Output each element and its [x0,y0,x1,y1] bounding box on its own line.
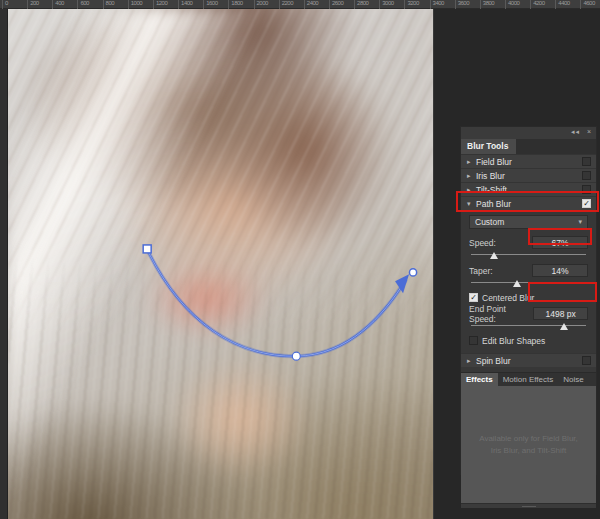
blur-tools-panel: ◂◂ × Blur Tools ▸ Field Blur ▸ Iris Blur… [460,126,597,475]
taper-label: Taper: [469,266,493,276]
centered-blur-row[interactable]: ✓ Centered Blur [469,291,588,304]
slider-track [471,325,586,326]
chevron-down-icon: ▾ [578,218,582,226]
ruler-tick: 3600 [455,0,456,9]
chevron-right-icon[interactable]: ▸ [467,172,476,180]
ruler-tick: 400 [52,0,53,9]
close-panel-icon[interactable]: × [587,128,592,135]
ruler-tick: 2600 [329,0,330,9]
spin-blur-checkbox[interactable] [582,356,591,365]
photoshop-blur-gallery: 0200400600800100012001400160018002000220… [0,0,600,519]
ruler-tick: 4400 [555,0,556,9]
tool-row-path-blur[interactable]: ▾ Path Blur ✓ [461,196,596,210]
panel-tab-row: Blur Tools [461,139,596,154]
field-blur-checkbox[interactable] [582,157,591,166]
document-canvas[interactable] [8,9,434,519]
end-point-speed-value-field[interactable]: 1498 px [533,307,588,320]
ruler-tick: 3800 [480,0,481,9]
field-blur-label: Field Blur [476,157,582,167]
speed-label: Speed: [469,238,496,248]
tab-noise[interactable]: Noise [558,373,588,386]
horizontal-ruler: 0200400600800100012001400160018002000220… [0,0,600,9]
chevron-down-icon[interactable]: ▾ [467,200,476,208]
tool-row-iris-blur[interactable]: ▸ Iris Blur [461,168,596,182]
speed-value-field[interactable]: 67% [532,236,588,249]
ruler-tick: 4600 [580,0,581,9]
effects-unavailable-message-line2: Iris Blur, and Tilt-Shift [491,445,567,457]
panel-resize-grip[interactable] [461,503,596,508]
blur-path-start-point[interactable] [143,245,151,253]
effects-unavailable-message-line1: Available only for Field Blur, [479,433,578,445]
speed-slider-thumb[interactable] [490,252,498,259]
vertical-ruler [0,9,8,519]
slider-track [471,254,586,255]
tab-effects[interactable]: Effects [461,373,498,386]
chevron-right-icon[interactable]: ▸ [467,158,476,166]
taper-value-field[interactable]: 14% [532,264,588,277]
tab-blur-tools[interactable]: Blur Tools [461,139,516,154]
path-blur-options: Custom ▾ Speed: 67% Taper: 14% ✓ Ce [461,210,596,353]
tilt-shift-checkbox[interactable] [582,185,591,194]
ruler-tick: 0 [2,0,3,9]
ruler-tick: 600 [77,0,78,9]
slider-track [471,282,586,283]
ruler-tick: 1600 [203,0,204,9]
effects-tab-bar: Effects Motion Effects Noise [461,372,596,386]
ruler-tick: 3400 [430,0,431,9]
tool-row-tilt-shift[interactable]: ▸ Tilt-Shift [461,182,596,196]
iris-blur-checkbox[interactable] [582,171,591,180]
blur-path-curve[interactable] [147,248,406,356]
end-point-speed-slider-thumb[interactable] [560,323,568,330]
ruler-tick: 3000 [379,0,380,9]
ruler-tick: 2200 [279,0,280,9]
tilt-shift-label: Tilt-Shift [476,185,582,195]
blur-path-highlight [147,248,406,356]
blur-path-mid-point[interactable] [292,352,300,360]
edit-blur-shapes-row[interactable]: Edit Blur Shapes [469,334,588,347]
ruler-tick: 1200 [153,0,154,9]
edit-blur-shapes-label: Edit Blur Shapes [482,336,545,346]
spin-blur-label: Spin Blur [476,356,582,366]
collapse-panel-icon[interactable]: ◂◂ [571,128,580,135]
ruler-tick: 1000 [128,0,129,9]
iris-blur-label: Iris Blur [476,171,582,181]
ruler-tick: 4200 [530,0,531,9]
speed-slider[interactable] [471,251,586,260]
blur-path-end-point[interactable] [409,269,416,276]
ruler-tick: 200 [27,0,28,9]
edit-blur-shapes-checkbox[interactable] [469,336,478,345]
ruler-tick: 4000 [505,0,506,9]
ruler-tick: 3200 [404,0,405,9]
blur-path-glow [147,248,406,356]
chevron-right-icon[interactable]: ▸ [467,186,476,194]
end-point-speed-label: End Point Speed: [469,304,533,324]
path-blur-preset-dropdown[interactable]: Custom ▾ [469,215,588,229]
ruler-tick: 800 [103,0,104,9]
preset-value: Custom [475,217,578,227]
chevron-right-icon[interactable]: ▸ [467,357,476,365]
ruler-tick: 2800 [354,0,355,9]
centered-blur-checkbox[interactable]: ✓ [469,293,478,302]
blur-path-overlay[interactable] [8,9,433,518]
centered-blur-label: Centered Blur [482,293,534,303]
effects-panel-content: Available only for Field Blur, Iris Blur… [461,386,596,503]
tab-motion-effects[interactable]: Motion Effects [498,373,559,386]
panel-header: ◂◂ × [461,127,596,139]
taper-slider[interactable] [471,279,586,288]
ruler-tick: 1800 [228,0,229,9]
tool-row-field-blur[interactable]: ▸ Field Blur [461,154,596,168]
ruler-tick: 2400 [304,0,305,9]
path-blur-label: Path Blur [476,199,582,209]
path-blur-checkbox[interactable]: ✓ [582,199,591,208]
ruler-tick: 2000 [254,0,255,9]
ruler-tick: 1400 [178,0,179,9]
taper-slider-thumb[interactable] [513,280,521,287]
end-point-speed-slider[interactable] [471,322,586,331]
tool-row-spin-blur[interactable]: ▸ Spin Blur [461,353,596,367]
